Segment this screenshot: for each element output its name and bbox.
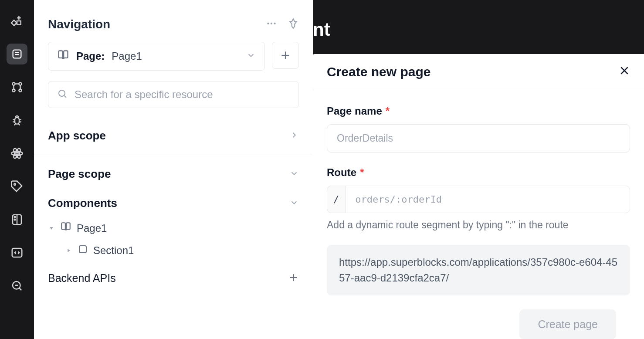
square-icon: [78, 244, 88, 257]
svg-marker-30: [68, 249, 70, 252]
svg-point-16: [14, 183, 16, 185]
route-field: Route * / Add a dynamic route segment by…: [327, 166, 630, 231]
svg-marker-29: [50, 227, 53, 229]
route-label: Route *: [327, 166, 630, 179]
search-input[interactable]: [75, 88, 290, 101]
svg-rect-20: [12, 248, 22, 257]
more-icon[interactable]: [266, 18, 277, 31]
chevron-down-icon: [289, 169, 299, 180]
svg-point-8: [19, 82, 21, 85]
icon-rail: [0, 0, 34, 339]
tree-page-label: Page1: [77, 222, 107, 234]
svg-point-18: [14, 217, 16, 218]
modal-header: Create new page: [313, 54, 644, 90]
create-page-modal: Create new page Page name * Route * / Ad…: [313, 54, 644, 339]
atom-icon[interactable]: [7, 143, 27, 164]
navigation-sidebar: Navigation Page: Page1: [34, 0, 313, 339]
plus-icon[interactable]: [288, 272, 299, 285]
components-tree: Page1 Section1: [34, 217, 313, 261]
chevron-right-icon: [289, 130, 299, 142]
svg-rect-1: [17, 21, 21, 25]
route-input-group: /: [327, 186, 630, 213]
route-prefix: /: [327, 186, 345, 213]
branch-icon[interactable]: [7, 77, 27, 98]
svg-point-19: [14, 219, 16, 220]
pin-icon[interactable]: [288, 18, 299, 31]
search-db-icon[interactable]: [7, 275, 27, 296]
route-input[interactable]: [345, 186, 630, 213]
modal-title: Create new page: [327, 64, 430, 79]
components-add-icon[interactable]: [7, 10, 27, 31]
backend-apis-row[interactable]: Backend APIs: [34, 261, 313, 292]
required-mark: *: [386, 105, 390, 117]
svg-point-12: [16, 153, 18, 155]
url-preview: https://app.superblocks.com/applications…: [327, 245, 630, 295]
backend-apis-label: Backend APIs: [48, 272, 116, 285]
search-wrap: [34, 81, 313, 108]
svg-point-10: [19, 89, 21, 92]
page-name-label: Page name *: [327, 105, 630, 117]
page-selector-row: Page: Page1: [34, 42, 313, 71]
svg-point-23: [271, 23, 272, 24]
chevron-down-icon: [289, 198, 299, 209]
code-icon[interactable]: [7, 242, 27, 263]
route-label-text: Route: [327, 166, 356, 179]
page-selector-label: Page:: [76, 50, 105, 62]
page-name-input[interactable]: [327, 124, 630, 153]
tree-section-label: Section1: [93, 244, 134, 257]
app-scope-label: App scope: [48, 129, 106, 142]
svg-point-9: [12, 89, 15, 92]
book-icon: [60, 221, 71, 235]
components-title: Components: [48, 197, 117, 210]
chevron-down-icon: [246, 51, 256, 62]
modal-footer: Create page: [327, 309, 630, 339]
svg-rect-31: [79, 246, 86, 253]
caret-down-icon: [48, 222, 55, 234]
app-scope-row[interactable]: App scope: [34, 120, 313, 151]
svg-point-27: [59, 90, 65, 96]
svg-point-7: [12, 82, 15, 85]
modal-body: Page name * Route * / Add a dynamic rout…: [313, 90, 644, 339]
close-icon[interactable]: [619, 65, 630, 79]
page-scope-row[interactable]: Page scope: [34, 159, 313, 190]
required-mark: *: [360, 166, 364, 179]
route-helper-text: Add a dynamic route segment by typing ":…: [327, 219, 630, 231]
svg-point-24: [274, 23, 275, 24]
page-name-label-text: Page name: [327, 105, 382, 117]
sidebar-header-actions: [266, 18, 299, 31]
navigation-icon[interactable]: [7, 44, 27, 64]
components-header[interactable]: Components: [34, 190, 313, 217]
caret-right-icon: [65, 244, 72, 257]
create-page-button[interactable]: Create page: [519, 309, 616, 339]
sidebar-header: Navigation: [34, 0, 313, 42]
divider: [34, 155, 313, 155]
svg-rect-0: [11, 20, 17, 25]
bg-title-fragment: nt: [313, 19, 330, 40]
svg-point-22: [267, 23, 269, 24]
palette-icon[interactable]: [7, 209, 27, 230]
tree-section-row[interactable]: Section1: [48, 240, 299, 261]
add-page-button[interactable]: [272, 42, 299, 69]
page-name-field: Page name *: [327, 105, 630, 153]
page-selector[interactable]: Page: Page1: [48, 42, 265, 71]
svg-line-28: [64, 96, 67, 98]
tree-page-row[interactable]: Page1: [48, 217, 299, 240]
bug-icon[interactable]: [7, 110, 27, 131]
tag-icon[interactable]: [7, 176, 27, 197]
search-icon: [57, 88, 68, 101]
page-selector-value: Page1: [112, 50, 239, 62]
book-icon: [57, 49, 69, 63]
search-box[interactable]: [48, 81, 299, 108]
sidebar-title: Navigation: [48, 17, 110, 31]
page-scope-label: Page scope: [48, 167, 111, 181]
svg-rect-11: [15, 118, 19, 124]
